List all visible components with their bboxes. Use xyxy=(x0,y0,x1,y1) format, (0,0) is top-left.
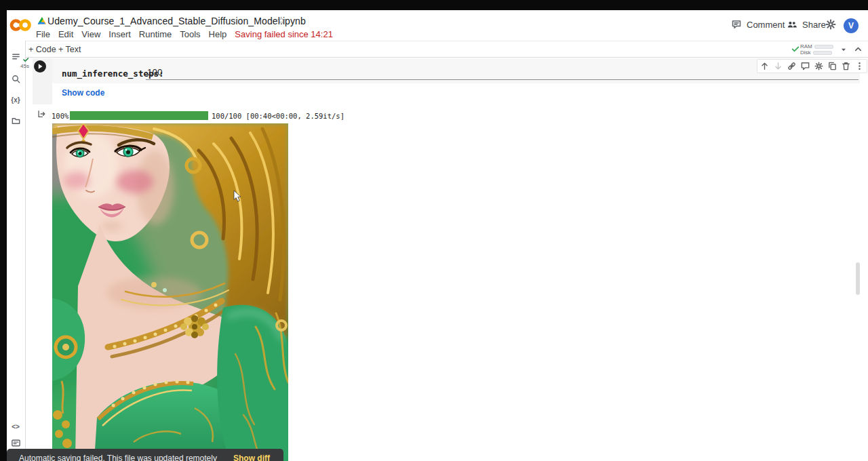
progress-percent: 100% xyxy=(52,112,68,120)
caret-down-icon[interactable] xyxy=(839,45,848,54)
delete-cell-icon[interactable] xyxy=(840,60,852,72)
search-icon[interactable] xyxy=(10,73,21,84)
notebook-toolbar: + Code + Text RAM Disk xyxy=(7,41,868,58)
comment-icon xyxy=(731,19,742,30)
left-sidebar: {x} <> xyxy=(7,41,26,461)
save-status[interactable]: Saving failed since 14:21 xyxy=(235,29,333,39)
menu-help[interactable]: Help xyxy=(205,29,231,39)
show-code-link[interactable]: Show code xyxy=(62,88,104,98)
toast-message: Automatic saving failed. This file was u… xyxy=(19,454,224,461)
cell-comment-icon[interactable] xyxy=(800,60,811,72)
progress-stats: 100/100 [00:40<00:00, 2.59it/s] xyxy=(212,112,344,120)
disk-label: Disk xyxy=(800,49,811,56)
num-inference-steps-input[interactable] xyxy=(146,66,859,80)
link-to-cell-icon[interactable] xyxy=(786,60,797,72)
colab-logo-icon[interactable] xyxy=(9,18,31,33)
move-cell-down-icon[interactable] xyxy=(772,60,784,72)
cell-settings-gear-icon[interactable] xyxy=(813,60,825,72)
table-of-contents-icon[interactable] xyxy=(10,51,21,62)
ram-bar xyxy=(814,45,833,49)
notebook-title[interactable]: Udemy_Course_1_Advanced_Stable_Diffusion… xyxy=(47,16,306,26)
vertical-scrollbar[interactable] xyxy=(856,262,860,295)
comment-button[interactable]: Comment xyxy=(731,19,785,30)
menu-insert[interactable]: Insert xyxy=(104,29,135,39)
share-label: Share xyxy=(802,20,826,30)
drive-icon xyxy=(37,16,47,25)
variables-icon[interactable]: {x} xyxy=(10,94,21,105)
run-cell-button[interactable] xyxy=(34,60,46,73)
add-text-button[interactable]: + Text xyxy=(58,45,81,54)
progress-bar-fill xyxy=(70,111,208,120)
ram-label: RAM xyxy=(800,43,812,49)
copy-cell-icon[interactable] xyxy=(827,60,838,72)
share-button[interactable]: Share xyxy=(787,19,826,30)
menu-tools[interactable]: Tools xyxy=(176,29,204,39)
menu-edit[interactable]: Edit xyxy=(54,29,77,39)
save-failed-toast: Automatic saving failed. This file was u… xyxy=(7,449,283,461)
header: Udemy_Course_1_Advanced_Stable_Diffusion… xyxy=(7,10,868,41)
add-code-button[interactable]: + Code xyxy=(28,45,56,54)
menubar: File Edit View Insert Runtime Tools Help… xyxy=(32,28,333,40)
code-snippets-icon[interactable]: <> xyxy=(10,421,21,432)
people-icon xyxy=(787,19,797,30)
menu-runtime[interactable]: Runtime xyxy=(135,29,176,39)
avatar[interactable]: V xyxy=(844,18,859,33)
menu-view[interactable]: View xyxy=(77,29,104,39)
files-folder-icon[interactable] xyxy=(10,115,21,126)
terminal-icon[interactable] xyxy=(10,437,21,448)
colab-window: Udemy_Course_1_Advanced_Stable_Diffusion… xyxy=(7,10,868,461)
more-vert-icon[interactable] xyxy=(854,60,865,72)
cell-output-icon[interactable] xyxy=(37,109,46,119)
resource-monitor[interactable]: RAM Disk xyxy=(800,43,833,56)
collapse-chevron-up-icon[interactable] xyxy=(853,44,863,54)
comment-label: Comment xyxy=(747,20,785,30)
menu-file[interactable]: File xyxy=(32,29,54,39)
move-cell-up-icon[interactable] xyxy=(759,60,770,72)
cell-toolbar xyxy=(757,59,867,73)
star-icon[interactable]: ☆ xyxy=(277,14,285,26)
disk-bar xyxy=(813,51,832,55)
settings-gear-icon[interactable] xyxy=(825,18,837,31)
show-diff-link[interactable]: Show diff xyxy=(233,454,270,461)
progress-bar xyxy=(70,111,208,120)
generated-image xyxy=(52,123,288,461)
connected-check-icon xyxy=(791,44,800,54)
